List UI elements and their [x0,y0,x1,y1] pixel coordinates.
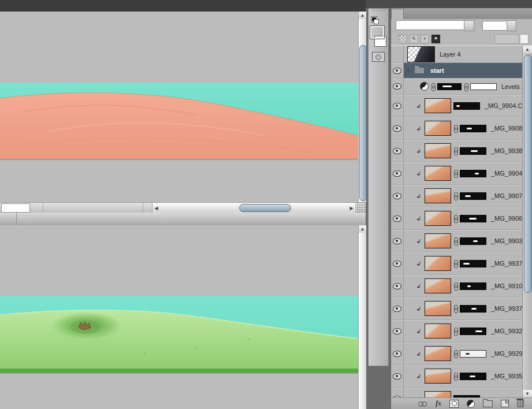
lock-all-icon[interactable] [431,35,440,43]
layer-mask-thumbnail[interactable] [460,170,486,177]
link-icon[interactable] [453,260,457,267]
layer-mask-thumbnail[interactable] [460,260,486,267]
layer-mask-thumbnail[interactable] [460,328,486,335]
layer-row-content[interactable]: ↲_MG_9906.CR2 [404,207,522,229]
layer-visibility-toggle[interactable] [391,162,404,184]
layer-row-content[interactable]: Levels 2 [404,79,522,94]
chevron-down-icon[interactable] [464,20,474,31]
blend-mode-select[interactable] [396,20,474,31]
layer-thumbnail[interactable] [425,211,451,226]
layer-name[interactable]: _MG_9937.CR2 [491,260,522,267]
layer-mask-thumbnail[interactable] [460,192,486,200]
scroll-right-icon[interactable]: ▶ [348,203,355,213]
quick-mask-button[interactable] [372,52,385,62]
layer-mask-thumbnail[interactable] [460,282,486,290]
layer-thumbnail[interactable] [425,391,451,397]
link-icon[interactable] [453,305,457,312]
layer-name[interactable]: Layer 4 [440,51,461,58]
layer-row-content[interactable]: ↲_MG_9938.CR2 [404,140,522,162]
layer-row-4[interactable]: ↲_MG_9908.CR2 [391,117,522,140]
foreground-color-swatch[interactable] [370,26,384,39]
layer-row-content[interactable]: ↲_MG_9904.CR2 [404,162,522,184]
delete-layer-icon[interactable] [517,400,524,407]
layer-row-12[interactable]: ↲_MG_9937.CR2 [391,298,522,320]
layer-visibility-toggle[interactable] [391,95,404,117]
layer-visibility-toggle[interactable] [391,117,404,139]
window1-vscroll-thumb[interactable] [359,45,367,201]
layer-row-content[interactable]: ↲ [404,388,522,397]
layer-row-content[interactable]: ↲_MG_9937.CR2 [404,298,522,319]
layer-thumbnail[interactable] [425,121,451,136]
layer-visibility-toggle[interactable] [391,275,404,297]
status-pie-icon[interactable] [30,203,43,213]
status-flyout-arrow[interactable] [143,203,152,213]
layer-visibility-toggle[interactable] [391,46,404,62]
link-icon[interactable] [453,350,457,357]
layer-visibility-toggle[interactable] [391,230,404,252]
layer-thumbnail[interactable] [425,256,451,271]
group-disclosure-icon[interactable]: ▼ [406,68,411,73]
tab-layers[interactable] [391,9,404,19]
link-icon[interactable] [453,237,457,244]
layer-row-5[interactable]: ↲_MG_9938.CR2 [391,140,522,162]
layer-mask-thumbnail[interactable] [453,102,480,110]
layer-row-3[interactable]: ↲_MG_9904.CR2 [391,95,522,117]
layer-visibility-toggle[interactable] [391,365,404,387]
layer-name[interactable]: _MG_9937.CR2 [491,305,522,312]
layer-thumbnail[interactable] [425,346,451,361]
layer-thumbnail[interactable] [425,278,451,293]
layer-row-9[interactable]: ↲_MG_9903.CR2 [391,230,522,252]
lock-pixels-icon[interactable]: ✎ [410,35,418,43]
zoom-level-field[interactable] [1,203,30,213]
layer-visibility-toggle[interactable] [391,207,404,229]
layer-visibility-toggle[interactable] [391,298,404,319]
link-icon[interactable] [464,83,468,90]
link-icon[interactable] [453,170,457,177]
layer-name[interactable]: _MG_9932.CR2 [491,328,522,334]
lock-transparency-icon[interactable] [399,35,407,43]
layer-mask-thumbnail[interactable] [460,215,486,222]
layers-scroll-thumb[interactable] [524,55,532,293]
layer-name[interactable]: _MG_9906.CR2 [491,215,522,222]
layer-visibility-toggle[interactable] [391,185,404,207]
window2-vertical-scrollbar[interactable]: ▲ [358,225,366,409]
layer-name[interactable]: _MG_9907.CR2 [491,192,522,199]
layer-row-6[interactable]: ↲_MG_9904.CR2 [391,162,522,185]
adjustment-layer-icon[interactable] [420,82,429,91]
layer-row-content[interactable]: ↲_MG_9908.CR2 [404,117,522,139]
link-icon[interactable] [453,215,457,222]
opacity-flyout-icon[interactable] [507,20,516,31]
link-icon[interactable] [453,282,457,289]
layer-thumbnail[interactable] [425,98,451,113]
layer-name[interactable]: Levels 2 [501,83,522,90]
layer-mask-thumbnail[interactable] [460,125,486,132]
layer-mask-thumbnail[interactable] [460,373,486,380]
add-layer-mask-icon[interactable] [449,400,459,408]
window1-horizontal-scrollbar[interactable]: ◀ ▶ [152,203,366,213]
resize-grip[interactable] [355,203,366,213]
layer-mask-thumbnail[interactable] [460,147,486,155]
layer-thumbnail[interactable] [425,143,451,158]
new-group-icon[interactable] [483,400,493,407]
scroll-up-icon[interactable]: ▲ [359,225,366,233]
new-adjustment-layer-icon[interactable] [467,400,475,408]
levels-thumbnail[interactable] [437,83,462,90]
scroll-up-icon[interactable]: ▲ [523,46,532,53]
layer-row-content[interactable]: ▼start [404,63,522,78]
layer-name[interactable]: _MG_9910.CR2 [491,282,522,289]
layer-thumbnail[interactable] [425,369,451,384]
layer-row-13[interactable]: ↲_MG_9932.CR2 [391,320,522,343]
layer-visibility-toggle[interactable] [391,63,404,78]
layer-mask-thumbnail[interactable] [460,350,486,358]
layer-thumbnail[interactable] [425,233,451,248]
window2-title-bar[interactable] [0,213,366,226]
opacity-field[interactable] [482,21,507,31]
layer-name[interactable]: _MG_9929.CR2 [491,350,522,357]
layer-row-content[interactable]: ↲_MG_9904.CR2 [404,95,522,117]
layer-row-8[interactable]: ↲_MG_9906.CR2 [391,207,522,230]
link-icon[interactable] [431,83,435,90]
layer-thumbnail[interactable] [425,166,451,181]
layer-visibility-toggle[interactable] [391,343,404,365]
link-icon[interactable] [453,328,457,334]
new-layer-icon[interactable] [501,400,509,407]
